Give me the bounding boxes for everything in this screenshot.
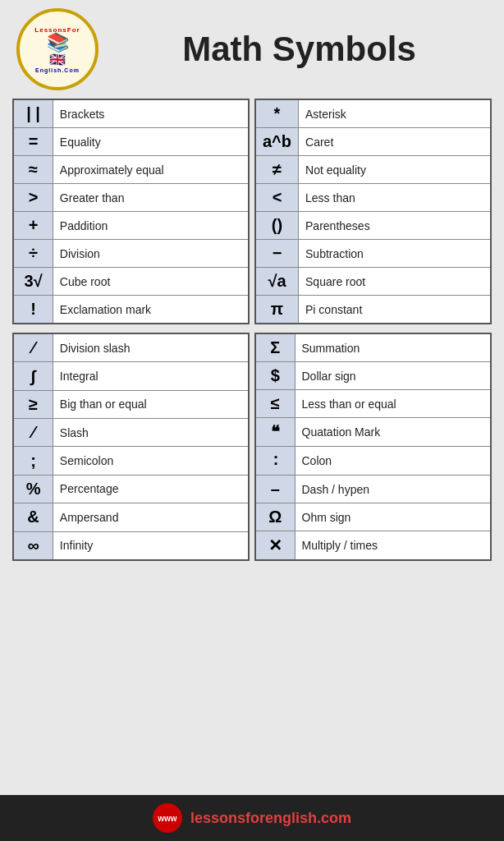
- name-cell: Subtraction: [299, 240, 491, 268]
- name-cell: Less than or equal: [295, 390, 491, 418]
- table-row: ()Parentheses: [255, 212, 491, 240]
- table-row: a^bCaret: [255, 128, 491, 156]
- name-cell: Slash: [53, 419, 249, 447]
- name-cell: Square root: [299, 268, 491, 296]
- table-row: >Greater than: [13, 184, 249, 212]
- name-cell: Paddition: [53, 212, 249, 240]
- name-cell: Asterisk: [299, 99, 491, 128]
- symbol-cell: ∞: [13, 531, 53, 560]
- table-row: √aSquare root: [255, 268, 491, 296]
- name-cell: Caret: [299, 128, 491, 156]
- name-cell: Exclamation mark: [53, 296, 249, 324]
- table-row: %Percentage: [13, 475, 249, 503]
- symbol-cell: ❝: [255, 418, 295, 447]
- symbol-cell: –: [255, 476, 295, 503]
- table-row: *Asterisk: [255, 99, 491, 128]
- table-1-left: | |Brackets=Equality≈Approximately equal…: [12, 99, 250, 324]
- table-row: ΣSummation: [255, 333, 491, 362]
- table-row: ÷Division: [13, 240, 249, 268]
- symbol-cell: ;: [13, 447, 53, 475]
- table-row: ✕Multiply / times: [255, 531, 491, 561]
- table-row: &Ampersand: [13, 503, 249, 531]
- symbol-cell: ∕: [13, 419, 53, 447]
- logo-arc-bot: English.Com: [35, 67, 80, 73]
- table-row: ≠Not equality: [255, 156, 491, 184]
- name-cell: Less than: [299, 184, 491, 212]
- symbol-cell: <: [255, 184, 299, 212]
- table-row: 3√Cube root: [13, 268, 249, 296]
- table-row: πPi constant: [255, 296, 491, 324]
- header: LessonsFor 📚 🇬🇧 English.Com Math Symbols: [0, 0, 504, 99]
- table-row: ∕Slash: [13, 419, 249, 447]
- name-cell: Ohm sign: [295, 503, 491, 531]
- table-row: ∶Colon: [255, 447, 491, 476]
- name-cell: Division: [53, 240, 249, 268]
- name-cell: Percentage: [53, 475, 249, 503]
- symbol-cell: Ω: [255, 503, 295, 531]
- name-cell: Infinity: [53, 531, 249, 560]
- symbol-cell: 3√: [13, 268, 53, 296]
- name-cell: Not equality: [299, 156, 491, 184]
- name-cell: Parentheses: [299, 212, 491, 240]
- symbol-cell: >: [13, 184, 53, 212]
- table-row: ❝Quatation Mark: [255, 418, 491, 447]
- table-row: ≤Less than or equal: [255, 390, 491, 418]
- name-cell: Dollar sign: [295, 362, 491, 390]
- table-row: <Less than: [255, 184, 491, 212]
- footer-text-colored: lessons: [190, 810, 245, 826]
- name-cell: Greater than: [53, 184, 249, 212]
- logo-circle: LessonsFor 📚 🇬🇧 English.Com: [16, 8, 99, 90]
- symbol-cell: ≥: [13, 390, 53, 418]
- symbol-cell: ≈: [13, 156, 53, 184]
- table-2-left: ∕Division slash∫Integral≥Big than or equ…: [12, 333, 250, 561]
- symbol-cell: ✕: [255, 531, 295, 561]
- symbol-cell: −: [255, 240, 299, 268]
- symbol-cell: ∶: [255, 447, 295, 476]
- name-cell: Colon: [295, 447, 491, 476]
- table-pair-1: | |Brackets=Equality≈Approximately equal…: [12, 99, 491, 324]
- table-2-right: ΣSummation$Dollar sign≤Less than or equa…: [254, 333, 492, 561]
- table-row: | |Brackets: [13, 99, 249, 128]
- table-row: !Exclamation mark: [13, 296, 249, 324]
- symbol-cell: π: [255, 296, 299, 324]
- name-cell: Semicolon: [53, 447, 249, 475]
- symbol-cell: %: [13, 475, 53, 503]
- table-row: ΩOhm sign: [255, 503, 491, 531]
- symbol-cell: √a: [255, 268, 299, 296]
- table-row: =Equality: [13, 128, 249, 156]
- footer-logo: www: [153, 803, 182, 833]
- symbol-cell: &: [13, 503, 53, 531]
- symbol-cell: Σ: [255, 333, 295, 362]
- table-row: +Paddition: [13, 212, 249, 240]
- symbol-cell: ∫: [13, 362, 53, 390]
- table-row: −Subtraction: [255, 240, 491, 268]
- name-cell: Equality: [53, 128, 249, 156]
- symbol-cell: ≠: [255, 156, 299, 184]
- name-cell: Ampersand: [53, 503, 249, 531]
- table-row: ∞Infinity: [13, 531, 249, 560]
- name-cell: Brackets: [53, 99, 249, 128]
- table-row: ≈Approximately equal: [13, 156, 249, 184]
- name-cell: Multiply / times: [295, 531, 491, 561]
- table-row: ∫Integral: [13, 362, 249, 390]
- logo-books: 📚: [47, 34, 69, 52]
- name-cell: Integral: [53, 362, 249, 390]
- name-cell: Quatation Mark: [295, 418, 491, 447]
- table-pair-2: ∕Division slash∫Integral≥Big than or equ…: [12, 333, 491, 561]
- symbol-cell: =: [13, 128, 53, 156]
- name-cell: Summation: [295, 333, 491, 362]
- footer-logo-text: www: [158, 814, 176, 823]
- footer-text: lessonsforenglish.com: [190, 810, 351, 827]
- name-cell: Dash / hypen: [295, 476, 491, 503]
- name-cell: Approximately equal: [53, 156, 249, 184]
- footer: www lessonsforenglish.com: [0, 795, 504, 841]
- table-row: ;Semicolon: [13, 447, 249, 475]
- table-row: ≥Big than or equal: [13, 390, 249, 418]
- name-cell: Division slash: [53, 333, 249, 362]
- symbol-cell: ∕: [13, 333, 53, 362]
- name-cell: Big than or equal: [53, 390, 249, 418]
- symbol-cell: $: [255, 362, 295, 390]
- symbol-cell: ÷: [13, 240, 53, 268]
- symbol-cell: (): [255, 212, 299, 240]
- page-title: Math Symbols: [111, 30, 488, 69]
